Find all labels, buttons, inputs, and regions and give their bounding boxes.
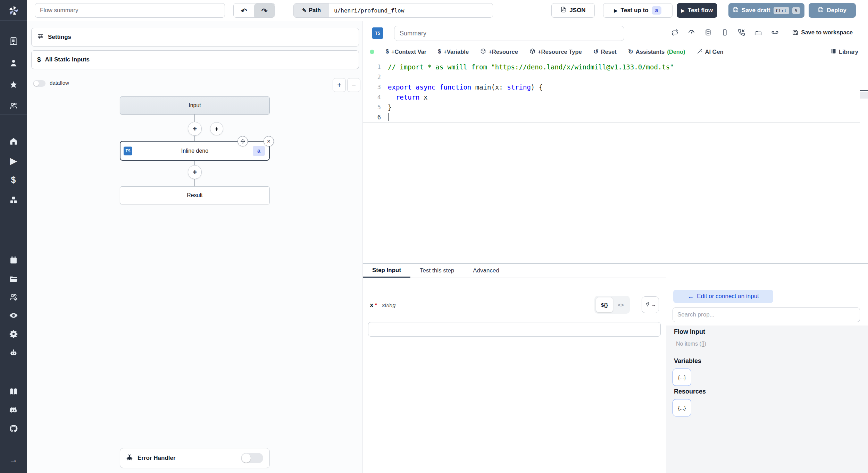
assistants-mode-label: (Deno) <box>667 49 685 55</box>
sidebar-item-bot[interactable] <box>7 346 20 360</box>
package-icon <box>480 48 486 56</box>
user-icon <box>9 59 18 68</box>
path-group: ✎ Path <box>293 3 493 18</box>
add-variable-button[interactable]: $+Variable <box>438 49 469 55</box>
delete-step-button[interactable]: ✕ <box>264 136 274 146</box>
field-x-input[interactable] <box>368 322 661 337</box>
error-handler-row[interactable]: Error Handler <box>120 448 270 468</box>
save-to-workspace-button[interactable]: Save to workspace <box>792 29 853 36</box>
sidebar-item-book[interactable] <box>7 385 20 398</box>
sidebar-item-discord[interactable] <box>7 403 20 417</box>
expression-mode-label: ${} <box>601 302 608 308</box>
path-input[interactable] <box>329 3 493 17</box>
error-handler-toggle[interactable] <box>241 453 263 463</box>
sidebar-divider <box>0 115 27 115</box>
all-static-inputs-button[interactable]: $ All Static Inputs <box>31 50 359 69</box>
add-resource-button[interactable]: +Resource <box>480 48 518 56</box>
reset-icon: ↺ <box>593 48 599 56</box>
move-step-button[interactable] <box>237 136 248 146</box>
sidebar-item-user-group[interactable] <box>7 99 20 113</box>
resources-chip-label: {...} <box>678 405 686 411</box>
sidebar-item-boxes[interactable] <box>7 193 20 207</box>
loop-icon[interactable] <box>671 29 678 36</box>
dataflow-label: dataflow <box>50 80 69 86</box>
flow-settings-button[interactable]: Settings <box>31 28 359 47</box>
test-up-to-button[interactable]: ▶ Test up to a <box>603 3 673 18</box>
bed-icon[interactable] <box>754 29 762 36</box>
code-lines[interactable]: 1// import * as wmill from "https://deno… <box>363 62 860 263</box>
flow-summary-input[interactable] <box>35 3 225 18</box>
flow-panel: Settings $ All Static Inputs dataflow + … <box>27 21 363 473</box>
folder-open-icon <box>9 274 18 284</box>
add-resource-type-button[interactable]: +Resource Type <box>529 48 582 56</box>
undo-button[interactable]: ↶ <box>234 3 254 18</box>
step-settings-icons: Save to workspace <box>671 28 853 36</box>
mobile-icon[interactable] <box>721 29 728 36</box>
zoom-in-button[interactable]: + <box>333 78 346 92</box>
expression-mode-button[interactable]: ${} <box>596 297 613 312</box>
settings-icon <box>9 329 18 338</box>
path-button[interactable]: ✎ Path <box>294 3 329 17</box>
windmill-logo[interactable] <box>7 4 20 19</box>
zoom-out-button[interactable]: − <box>347 78 360 92</box>
sidebar-item-eye[interactable] <box>7 309 20 322</box>
database-icon[interactable] <box>704 29 712 36</box>
undo-icon: ↶ <box>241 7 247 15</box>
sidebar-item-star[interactable] <box>7 78 20 92</box>
building-icon <box>9 36 18 45</box>
tab-step-input-label: Step Input <box>372 267 401 274</box>
tab-test-this-step[interactable]: Test this step <box>410 264 464 278</box>
redo-icon: ↷ <box>261 7 268 15</box>
library-button[interactable]: Library <box>831 48 858 56</box>
wand-icon <box>697 48 703 56</box>
add-resource-label: +Resource <box>489 49 518 55</box>
phone-incoming-icon[interactable] <box>738 29 745 36</box>
add-trigger-button[interactable] <box>210 122 223 135</box>
eye-icon <box>9 311 18 320</box>
plus-icon: ✚ <box>193 169 197 175</box>
ai-gen-button[interactable]: AI Gen <box>697 48 724 56</box>
code-mode-button[interactable]: <> <box>613 297 628 312</box>
error-handler-label: Error Handler <box>137 455 176 462</box>
gauge-icon[interactable] <box>688 29 695 36</box>
reset-button[interactable]: ↺Reset <box>593 48 617 56</box>
search-prop-input[interactable] <box>673 307 860 322</box>
sidebar-item-arrow-right[interactable]: → <box>7 453 20 466</box>
assistants-button[interactable]: ↻Assistants(Deno) <box>628 48 685 56</box>
save-draft-button[interactable]: Save draft Ctrl S <box>728 3 804 18</box>
all-static-inputs-label: All Static Inputs <box>45 56 90 63</box>
redo-button[interactable]: ↷ <box>254 3 275 18</box>
test-flow-button[interactable]: ▶ Test flow <box>677 3 717 18</box>
sidebar-item-github[interactable] <box>7 422 20 436</box>
step-node-inline-deno[interactable]: TS Inline deno a <box>120 141 270 161</box>
editor-overview-ruler[interactable] <box>860 62 868 263</box>
flow-result-node[interactable]: Result <box>120 186 270 204</box>
json-button[interactable]: JSON <box>551 3 595 18</box>
step-detail-panel: Step Input Test this step Advanced x * s… <box>363 264 868 473</box>
tab-advanced[interactable]: Advanced <box>464 264 509 278</box>
resources-chip[interactable]: {...} <box>673 399 691 416</box>
step-summary-input[interactable] <box>394 26 624 41</box>
sidebar-item-users-cog[interactable] <box>7 290 20 304</box>
add-context-var-button[interactable]: $+Context Var <box>386 49 426 55</box>
step-input-panel: Step Input Test this step Advanced x * s… <box>363 264 666 473</box>
sidebar-item-dollar[interactable]: $ <box>7 173 20 187</box>
sidebar-item-settings[interactable] <box>7 327 20 341</box>
flow-input-node[interactable]: Input <box>120 96 270 115</box>
sidebar-item-calendar[interactable] <box>7 253 20 267</box>
sidebar-item-folder-open[interactable] <box>7 272 20 286</box>
voicemail-icon[interactable] <box>771 28 779 36</box>
dataflow-toggle[interactable] <box>33 80 45 87</box>
edit-or-connect-button[interactable]: ← Edit or connect an input <box>673 290 773 303</box>
insert-step-button[interactable]: ✚ <box>188 122 202 136</box>
insert-step-button[interactable]: ✚ <box>188 165 202 179</box>
add-context-var-label: +Context Var <box>391 49 426 55</box>
sidebar-item-user[interactable] <box>7 56 20 70</box>
deploy-button[interactable]: Deploy <box>809 3 856 18</box>
tab-step-input[interactable]: Step Input <box>363 264 410 278</box>
sidebar-item-building[interactable] <box>7 34 20 48</box>
variables-chip[interactable]: {...} <box>673 369 691 386</box>
connect-input-button[interactable]: → <box>642 296 659 313</box>
sidebar-item-home[interactable] <box>7 134 20 148</box>
sidebar-item-play[interactable]: ▶ <box>7 154 20 168</box>
